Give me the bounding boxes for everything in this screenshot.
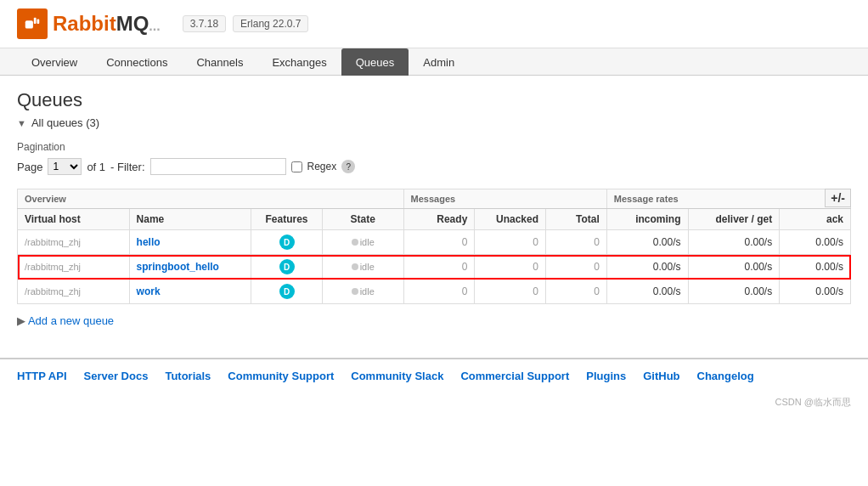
cell-ready: 0 — [403, 230, 475, 255]
cell-features: D — [251, 255, 323, 280]
pagination-label: Pagination — [17, 141, 851, 153]
footer-link-plugins[interactable]: Plugins — [586, 370, 626, 382]
cell-ready: 0 — [403, 255, 475, 280]
rates-group-header: Message rates — [606, 189, 850, 209]
col-unacked: Unacked — [475, 209, 546, 230]
erlang-badge: Erlang 22.0.7 — [233, 15, 308, 32]
cell-ready: 0 — [403, 280, 475, 304]
col-features: Features — [251, 209, 323, 230]
cell-state: idle — [322, 280, 403, 304]
col-name: Name — [129, 209, 251, 230]
pagination-section: Pagination Page 1 of 1 - Filter: Regex ? — [17, 141, 851, 175]
col-incoming: incoming — [606, 209, 688, 230]
cell-name[interactable]: springboot_hello — [129, 255, 251, 280]
footer-link-commercial-support[interactable]: Commercial Support — [460, 370, 569, 382]
cell-incoming: 0.00/s — [606, 280, 688, 304]
nav-overview[interactable]: Overview — [17, 48, 92, 76]
logo-text: RabbitMQ... — [53, 12, 161, 36]
cell-ack: 0.00/s — [780, 230, 851, 255]
cell-name[interactable]: hello — [129, 230, 251, 255]
footer-link-tutorials[interactable]: Tutorials — [165, 370, 211, 382]
table-row[interactable]: /rabbitmq_zhj hello D idle 0 0 0 0.00/s … — [18, 230, 851, 255]
filter-input[interactable] — [150, 158, 286, 175]
col-ready: Ready — [403, 209, 475, 230]
svg-rect-4 — [37, 20, 40, 25]
cell-vhost: /rabbitmq_zhj — [18, 280, 130, 304]
cell-vhost: /rabbitmq_zhj — [18, 255, 130, 280]
cell-state: idle — [322, 230, 403, 255]
section-header[interactable]: ▼ All queues (3) — [17, 116, 851, 129]
cell-vhost: /rabbitmq_zhj — [18, 230, 130, 255]
add-queue-link[interactable]: ▶ Add a new queue — [17, 314, 114, 327]
col-ack: ack — [780, 209, 851, 230]
footer-link-community-slack[interactable]: Community Slack — [351, 370, 443, 382]
version-badge: 3.7.18 — [183, 15, 226, 32]
svg-rect-3 — [34, 18, 37, 24]
plus-minus-toggle[interactable]: +/- — [825, 189, 851, 207]
col-state: State — [322, 209, 403, 230]
nav-channels[interactable]: Channels — [182, 48, 257, 76]
cell-ack: 0.00/s — [780, 255, 851, 280]
add-queue-section: ▶ Add a new queue — [17, 314, 851, 327]
add-queue-arrow: ▶ — [17, 314, 25, 327]
queues-table-container: +/- Overview Messages Message rates Virt… — [17, 189, 851, 304]
svg-rect-0 — [25, 20, 33, 28]
cell-features: D — [251, 230, 323, 255]
logo-area: RabbitMQ... 3.7.18 Erlang 22.0.7 — [17, 8, 308, 39]
nav-exchanges[interactable]: Exchanges — [257, 48, 341, 76]
cell-unacked: 0 — [475, 280, 546, 304]
table-row[interactable]: /rabbitmq_zhj work D idle 0 0 0 0.00/s 0… — [18, 280, 851, 304]
rabbit-icon — [23, 14, 42, 33]
queues-tbody: /rabbitmq_zhj hello D idle 0 0 0 0.00/s … — [18, 230, 851, 304]
overview-group-header: Overview — [18, 189, 404, 209]
filter-label: - Filter: — [110, 161, 144, 173]
page-label: Page — [17, 161, 42, 173]
col-deliver-get: deliver / get — [688, 209, 780, 230]
col-header-row: Virtual host Name Features State Ready U… — [18, 209, 851, 230]
cell-unacked: 0 — [475, 255, 546, 280]
regex-checkbox[interactable] — [291, 161, 302, 172]
cell-name[interactable]: work — [129, 280, 251, 304]
table-row[interactable]: /rabbitmq_zhj springboot_hello D idle 0 … — [18, 255, 851, 280]
messages-group-header: Messages — [403, 189, 606, 209]
nav-queues[interactable]: Queues — [341, 48, 409, 76]
main-content: Queues ▼ All queues (3) Pagination Page … — [0, 76, 868, 341]
cell-ack: 0.00/s — [780, 280, 851, 304]
footer-link-github[interactable]: GitHub — [643, 370, 679, 382]
header: RabbitMQ... 3.7.18 Erlang 22.0.7 — [0, 0, 868, 48]
help-icon[interactable]: ? — [341, 160, 355, 173]
version-info: 3.7.18 Erlang 22.0.7 — [183, 15, 309, 32]
nav-connections[interactable]: Connections — [92, 48, 182, 76]
cell-deliver-get: 0.00/s — [688, 230, 780, 255]
footer-link-community-support[interactable]: Community Support — [228, 370, 334, 382]
queues-table: Overview Messages Message rates Virtual … — [17, 189, 851, 304]
footer: HTTP APIServer DocsTutorialsCommunity Su… — [0, 358, 868, 393]
footer-link-changelog[interactable]: Changelog — [697, 370, 754, 382]
footer-link-http-api[interactable]: HTTP API — [17, 370, 67, 382]
cell-incoming: 0.00/s — [606, 255, 688, 280]
add-queue-label: Add a new queue — [28, 314, 114, 327]
cell-deliver-get: 0.00/s — [688, 255, 780, 280]
footer-link-server-docs[interactable]: Server Docs — [84, 370, 149, 382]
of-label: of 1 — [87, 161, 105, 173]
cell-incoming: 0.00/s — [606, 230, 688, 255]
col-virtual-host: Virtual host — [18, 209, 130, 230]
cell-features: D — [251, 280, 323, 304]
cell-total: 0 — [546, 255, 607, 280]
page-select[interactable]: 1 — [48, 158, 82, 175]
section-label: All queues (3) — [31, 116, 99, 129]
cell-deliver-get: 0.00/s — [688, 280, 780, 304]
cell-total: 0 — [546, 230, 607, 255]
nav-admin[interactable]: Admin — [409, 48, 469, 76]
logo-icon — [17, 8, 48, 39]
col-total: Total — [546, 209, 607, 230]
group-header-row: Overview Messages Message rates — [18, 189, 851, 209]
svg-rect-2 — [30, 22, 31, 27]
main-nav: Overview Connections Channels Exchanges … — [0, 48, 868, 76]
svg-rect-1 — [27, 22, 29, 27]
cell-total: 0 — [546, 280, 607, 304]
cell-unacked: 0 — [475, 230, 546, 255]
regex-label: Regex — [307, 161, 337, 172]
cell-state: idle — [322, 255, 403, 280]
page-title: Queues — [17, 89, 851, 111]
